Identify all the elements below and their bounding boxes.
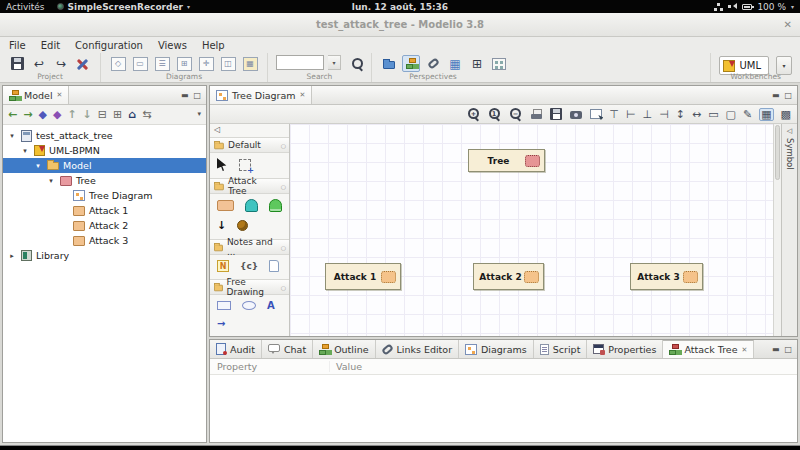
- marquee-tool-icon[interactable]: [239, 159, 251, 171]
- diagram-type-1-button[interactable]: ◇: [109, 55, 127, 72]
- tab-audit[interactable]: Audit: [210, 340, 262, 358]
- close-icon[interactable]: ✕: [784, 13, 792, 36]
- same-height-icon[interactable]: ▢: [726, 109, 736, 120]
- line-tool-icon[interactable]: →: [217, 318, 225, 329]
- diagram-type-3-button[interactable]: ☰: [153, 55, 171, 72]
- tab-script[interactable]: Script: [534, 340, 588, 358]
- move-down-icon[interactable]: ↓: [83, 109, 92, 120]
- align-bottom-icon[interactable]: ⊥: [643, 109, 653, 120]
- close-icon[interactable]: ✕: [300, 91, 306, 99]
- constraint-tool-icon[interactable]: {c}: [240, 261, 258, 271]
- nav-forward-icon[interactable]: →: [23, 109, 32, 120]
- perspective-links-button[interactable]: [424, 55, 442, 72]
- search-input[interactable]: [276, 55, 324, 70]
- palette-collapse-icon[interactable]: ◁: [210, 124, 289, 137]
- canvas-node-attack-3[interactable]: Attack 3: [630, 263, 703, 290]
- diagram-type-5-button[interactable]: ✛: [197, 55, 215, 72]
- perspective-board-button[interactable]: [490, 55, 508, 72]
- nav-next-selection-icon[interactable]: ◆: [53, 109, 61, 120]
- redo-button[interactable]: ↪: [52, 55, 70, 72]
- align-top-icon[interactable]: ⊤: [609, 109, 619, 120]
- tree-item-attack-2[interactable]: Attack 2: [3, 218, 206, 233]
- diagram-type-2-button[interactable]: ▭: [131, 55, 149, 72]
- align-left-icon[interactable]: ⊢: [626, 109, 636, 120]
- project-config-button[interactable]: [74, 55, 92, 72]
- search-button[interactable]: [349, 55, 367, 72]
- system-tray[interactable]: 100 % ▾: [714, 2, 794, 12]
- home-icon[interactable]: ⌂: [128, 109, 136, 120]
- and-gate-tool-icon[interactable]: [245, 199, 258, 212]
- save-button[interactable]: [8, 55, 26, 72]
- style-pencil-icon[interactable]: ✎: [743, 109, 752, 120]
- palette-group-default[interactable]: Default ○: [210, 137, 289, 153]
- screenshot-icon[interactable]: [569, 108, 583, 121]
- print-icon[interactable]: [530, 108, 543, 121]
- search-history-dropdown[interactable]: ▾: [328, 55, 341, 70]
- maximize-icon[interactable]: □: [784, 345, 792, 354]
- tree-item-attack-3[interactable]: Attack 3: [3, 233, 206, 248]
- align-right-icon[interactable]: ⊣: [659, 109, 669, 120]
- expander-icon[interactable]: ▸: [7, 252, 17, 260]
- column-value[interactable]: Value: [330, 361, 362, 372]
- diagram-type-4-button[interactable]: ⊞: [175, 55, 193, 72]
- zoom-in-icon[interactable]: +: [467, 107, 481, 121]
- select-tool-icon[interactable]: [217, 158, 228, 171]
- nav-back-icon[interactable]: ←: [8, 109, 17, 120]
- tree-item-tree[interactable]: ▾ Tree: [3, 173, 206, 188]
- diagram-canvas[interactable]: Tree Attack 1 Attack 2 Attack 3: [290, 124, 773, 336]
- expander-icon[interactable]: ▾: [20, 147, 30, 155]
- palette-group-notes[interactable]: Notes and ... ○: [210, 239, 289, 255]
- menu-file[interactable]: File: [9, 40, 26, 51]
- save-diagram-icon[interactable]: [550, 108, 562, 120]
- tab-chat[interactable]: Chat: [262, 340, 313, 358]
- link-tool-icon[interactable]: ↓: [217, 219, 226, 232]
- column-property[interactable]: Property: [210, 361, 330, 372]
- expander-icon[interactable]: ▾: [7, 132, 17, 140]
- tab-attack-tree[interactable]: Attack Tree ✕: [663, 340, 754, 358]
- nav-previous-selection-icon[interactable]: ◆: [38, 109, 46, 120]
- property-table-body[interactable]: [210, 375, 797, 442]
- palette-group-free-drawing[interactable]: Free Drawing ○: [210, 279, 289, 295]
- zoom-100-icon[interactable]: 1: [488, 107, 502, 121]
- fit-selection-icon[interactable]: [590, 109, 602, 119]
- close-icon[interactable]: ✕: [742, 346, 748, 354]
- tree-item-model[interactable]: ▾ Model: [3, 158, 206, 173]
- tab-model[interactable]: Model ✕: [3, 86, 69, 104]
- canvas-vertical-scrollbar[interactable]: [773, 124, 781, 336]
- titlebar[interactable]: test_attack_tree - Modelio 3.8 ✕: [0, 13, 800, 37]
- expand-left-icon[interactable]: ◁: [787, 127, 792, 135]
- tree-item-tree-diagram[interactable]: Tree Diagram: [3, 188, 206, 203]
- undo-button[interactable]: ↩: [30, 55, 48, 72]
- page-setup-icon[interactable]: ▩: [781, 109, 791, 120]
- perspective-model-button[interactable]: [402, 55, 420, 72]
- tab-tree-diagram[interactable]: Tree Diagram ✕: [210, 86, 312, 104]
- canvas-node-attack-2[interactable]: Attack 2: [473, 263, 544, 290]
- canvas-node-tree[interactable]: Tree: [468, 149, 545, 172]
- expander-icon[interactable]: ▾: [33, 162, 43, 170]
- move-up-icon[interactable]: ↑: [67, 109, 76, 120]
- attack-node-tool-icon[interactable]: [217, 200, 234, 211]
- sync-tree-icon[interactable]: ⇆: [142, 109, 151, 120]
- expander-icon[interactable]: ▾: [46, 177, 56, 185]
- document-tool-icon[interactable]: [269, 260, 279, 272]
- tree-item-attack-1[interactable]: Attack 1: [3, 203, 206, 218]
- minimize-icon[interactable]: ▬: [772, 91, 780, 100]
- collapse-all-icon[interactable]: ⊟: [98, 109, 107, 120]
- tree-item-uml-bpmn[interactable]: ▾ UML-BPMN: [3, 143, 206, 158]
- perspective-folder-button[interactable]: [380, 55, 398, 72]
- or-gate-tool-icon[interactable]: [269, 199, 282, 212]
- tab-diagrams[interactable]: Diagrams: [459, 340, 534, 358]
- menu-help[interactable]: Help: [202, 40, 225, 51]
- minimize-icon[interactable]: ▬: [181, 91, 189, 100]
- link-with-editor-icon[interactable]: ⊞: [113, 109, 122, 120]
- scrollbar-thumb[interactable]: [775, 125, 780, 180]
- threat-tool-icon[interactable]: [237, 220, 248, 231]
- diagram-type-6-button[interactable]: ◫: [219, 55, 237, 72]
- tree-item-project[interactable]: ▾ test_attack_tree: [3, 128, 206, 143]
- tab-links-editor[interactable]: Links Editor: [376, 340, 460, 358]
- view-menu-icon[interactable]: ▾: [197, 111, 201, 118]
- palette-group-attack-tree[interactable]: Attack Tree ○: [210, 178, 289, 194]
- maximize-icon[interactable]: □: [193, 91, 201, 100]
- rectangle-tool-icon[interactable]: [217, 301, 231, 310]
- tab-properties[interactable]: Properties: [587, 340, 663, 358]
